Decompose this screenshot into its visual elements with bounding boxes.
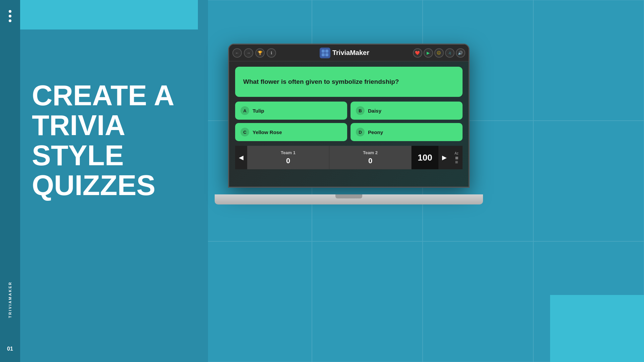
grid-cell <box>533 121 644 241</box>
dot-1 <box>9 10 11 13</box>
quiz-area: What flower is often given to symbolize … <box>229 61 469 187</box>
laptop-hinge <box>335 194 362 198</box>
answer-text-c: Yellow Rose <box>253 129 282 135</box>
svg-rect-0 <box>322 50 325 53</box>
toolbar-logo: TriviaMaker <box>320 48 369 58</box>
screen-content: ← → 🏆 ℹ <box>229 45 469 187</box>
main-title: CREATE A TRIVIA STYLE QUIZZES <box>32 80 206 200</box>
forward-button[interactable]: → <box>244 48 253 58</box>
dot-3 <box>9 19 11 22</box>
prev-icon: ◀ <box>239 154 244 161</box>
answer-option-a[interactable]: A Tulip <box>235 102 347 120</box>
back-button[interactable]: ← <box>232 48 242 58</box>
trophy-icon: 🏆 <box>258 51 263 55</box>
prev-question-button[interactable]: ◀ <box>235 146 247 169</box>
sound-button[interactable]: 🔊 <box>456 48 465 58</box>
team1-score: Team 1 0 <box>247 146 329 169</box>
info-button[interactable]: ℹ <box>267 48 276 58</box>
laptop-base <box>215 194 483 204</box>
sad-icon: ☹ <box>437 51 441 55</box>
back-icon: ← <box>235 51 239 55</box>
logo-text: TriviaMaker <box>332 49 369 57</box>
browser-toolbar: ← → 🏆 ℹ <box>229 45 469 61</box>
answer-letter-c: C <box>240 128 249 136</box>
toolbar-icons: ❤️ ▶ ☹ ♫ 🔊 <box>413 48 465 58</box>
grid-cell <box>423 241 533 362</box>
grid-icon: ⊞ <box>455 160 458 164</box>
answer-option-d[interactable]: D Peony <box>351 123 463 141</box>
cyan-decoration-top <box>20 0 198 29</box>
page-number: 01 <box>7 346 13 352</box>
logo-icon <box>320 48 330 58</box>
grid-cell <box>312 241 423 362</box>
question-box: What flower is often given to symbolize … <box>235 67 463 97</box>
answer-option-c[interactable]: C Yellow Rose <box>235 123 347 141</box>
answer-option-b[interactable]: B Daisy <box>351 102 463 120</box>
answer-letter-a: A <box>240 106 249 115</box>
laptop-screen: ← → 🏆 ℹ <box>228 44 470 188</box>
answer-text-b: Daisy <box>368 108 381 114</box>
heart-button[interactable]: ❤️ <box>413 48 422 58</box>
heart-icon: ❤️ <box>415 51 420 55</box>
cyan-decoration-bottom <box>550 295 644 362</box>
sidebar: TRIVIAMAKER 01 <box>0 0 20 362</box>
svg-rect-3 <box>325 53 328 56</box>
team1-points: 0 <box>286 157 290 165</box>
az-icon: Az <box>454 152 459 155</box>
grid-cell <box>201 241 312 362</box>
team2-score: Team 2 0 <box>329 146 412 169</box>
sound-icon: 🔊 <box>458 51 463 55</box>
grid-cell <box>533 0 644 121</box>
sad-button[interactable]: ☹ <box>434 48 444 58</box>
music-button[interactable]: ♫ <box>445 48 454 58</box>
points-value: 100 <box>412 146 438 169</box>
next-icon: ▶ <box>442 154 447 161</box>
music-icon: ♫ <box>448 51 451 55</box>
team2-name: Team 2 <box>363 150 378 155</box>
forward-icon: → <box>247 51 251 55</box>
title-line-1: CREATE A <box>32 80 206 110</box>
dot-2 <box>9 15 11 17</box>
laptop: ← → 🏆 ℹ <box>228 44 470 204</box>
answer-letter-d: D <box>356 128 365 136</box>
chart-icon: ▦ <box>455 156 458 160</box>
team1-name: Team 1 <box>281 150 296 155</box>
score-bar: ◀ Team 1 0 Team 2 0 100 ▶ Az <box>235 146 463 169</box>
svg-rect-2 <box>322 53 325 56</box>
info-icon: ℹ <box>271 51 272 55</box>
trophy-button[interactable]: 🏆 <box>255 48 265 58</box>
logo-svg <box>321 49 329 57</box>
answers-grid: A Tulip B Daisy C Yellow Rose D Peony <box>235 102 463 141</box>
next-question-button[interactable]: ▶ <box>438 146 450 169</box>
play-icon: ▶ <box>427 51 430 55</box>
play-button[interactable]: ▶ <box>424 48 433 58</box>
answer-text-d: Peony <box>368 129 383 135</box>
team2-points: 0 <box>368 157 372 165</box>
title-line-3: QUIZZES <box>32 170 206 200</box>
sidebar-dots <box>9 10 11 22</box>
answer-text-a: Tulip <box>253 108 264 114</box>
score-options: Az ▦ ⊞ <box>450 146 463 169</box>
question-text: What flower is often given to symbolize … <box>243 78 399 86</box>
svg-rect-1 <box>325 50 328 53</box>
title-line-2: TRIVIA STYLE <box>32 110 206 170</box>
sidebar-brand: TRIVIAMAKER <box>8 281 12 318</box>
answer-letter-b: B <box>356 106 365 115</box>
